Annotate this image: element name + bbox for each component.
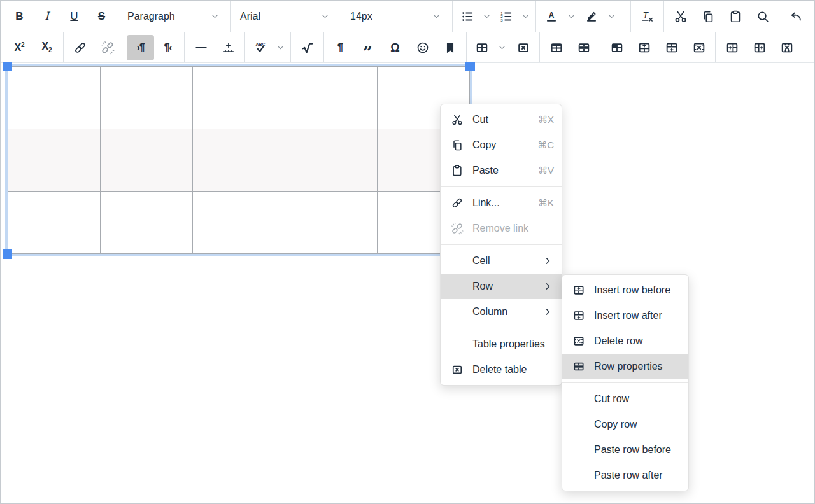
- table-cell[interactable]: [8, 129, 101, 192]
- numbered-list-button[interactable]: [494, 4, 518, 29]
- submenu-item-row-properties[interactable]: Row properties: [562, 354, 688, 379]
- menu-item-label: Cut row: [594, 393, 681, 405]
- delete-row-button[interactable]: [685, 35, 712, 60]
- numbered-list-dropdown[interactable]: [518, 4, 533, 29]
- table-cell[interactable]: [101, 192, 193, 254]
- table-cell[interactable]: [101, 67, 193, 129]
- table-cell[interactable]: [285, 67, 378, 129]
- menu-item-column[interactable]: Column: [441, 299, 562, 325]
- highlight-color-dropdown[interactable]: [604, 4, 619, 29]
- font-size-select[interactable]: 14px: [344, 1, 450, 32]
- menu-item-table-properties[interactable]: Table properties: [441, 332, 562, 357]
- search-icon: [756, 10, 770, 24]
- paragraph-marks-button[interactable]: ¶: [327, 35, 354, 60]
- paste-icon: [728, 10, 742, 24]
- highlight-color-button[interactable]: [579, 4, 604, 29]
- row-properties-button[interactable]: [570, 35, 597, 60]
- paragraph-style-select[interactable]: Paragraph: [121, 1, 228, 32]
- resize-handle-top-left[interactable]: [3, 62, 12, 71]
- link-icon: [73, 41, 87, 55]
- horizontal-rule-button[interactable]: [187, 35, 215, 60]
- chevron-down-icon: [431, 11, 442, 22]
- bullet-list-dropdown[interactable]: [479, 4, 494, 29]
- insert-table-button[interactable]: [469, 35, 495, 60]
- table-cell[interactable]: [193, 67, 285, 129]
- subscript-icon: X2: [41, 41, 52, 53]
- menu-item-row[interactable]: Row: [441, 274, 562, 299]
- insert-row-after-button[interactable]: [658, 35, 685, 60]
- menu-item-cut[interactable]: Cut ⌘X: [441, 107, 562, 132]
- menu-item-paste[interactable]: Paste ⌘V: [441, 158, 562, 183]
- anchor-button[interactable]: [436, 35, 464, 60]
- undo-button[interactable]: [782, 4, 809, 29]
- resize-handle-top-right[interactable]: [465, 62, 475, 71]
- chevron-right-icon: [541, 255, 554, 267]
- underline-button[interactable]: U: [60, 4, 88, 29]
- separator: [600, 32, 600, 62]
- paste-button[interactable]: [721, 4, 749, 29]
- menu-item-delete-table[interactable]: Delete table: [441, 357, 562, 382]
- resize-handle-bottom-left[interactable]: [3, 249, 12, 259]
- special-character-button[interactable]: Ω: [381, 35, 409, 60]
- submenu-item-copy-row[interactable]: Copy row: [562, 412, 688, 437]
- table-cell[interactable]: [101, 129, 193, 192]
- submenu-item-insert-row-before[interactable]: Insert row before: [562, 277, 688, 303]
- font-family-select[interactable]: Arial: [234, 1, 338, 32]
- submenu-item-cut-row[interactable]: Cut row: [562, 386, 688, 412]
- menu-item-label: Delete row: [594, 335, 681, 347]
- chevron-down-icon: [520, 11, 531, 22]
- insert-row-before-button[interactable]: [630, 35, 658, 60]
- cut-button[interactable]: [667, 4, 694, 29]
- superscript-button[interactable]: X2: [6, 35, 33, 60]
- rich-text-editor: B I U S Paragraph Arial 14px: [0, 0, 815, 504]
- delete-column-button[interactable]: [773, 35, 800, 60]
- copy-button[interactable]: [694, 4, 721, 29]
- formula-button[interactable]: [294, 35, 321, 60]
- separator: [715, 32, 716, 62]
- spellcheck-button[interactable]: [248, 35, 273, 60]
- unlink-button[interactable]: [94, 35, 121, 60]
- insert-table-dropdown[interactable]: [495, 35, 509, 60]
- strikethrough-button[interactable]: S: [88, 4, 115, 29]
- document-table[interactable]: [8, 66, 470, 254]
- menu-item-copy[interactable]: Copy ⌘C: [441, 132, 562, 158]
- menu-divider: [562, 382, 688, 383]
- numbered-list-icon: [499, 10, 513, 24]
- submenu-item-paste-row-before[interactable]: Paste row before: [562, 437, 688, 463]
- ltr-button[interactable]: ›¶: [127, 35, 154, 60]
- table-cell[interactable]: [8, 67, 101, 129]
- search-button[interactable]: [749, 4, 776, 29]
- rtl-button[interactable]: ¶‹: [154, 35, 181, 60]
- spellcheck-dropdown[interactable]: [273, 35, 288, 60]
- blockquote-button[interactable]: ”: [354, 35, 381, 60]
- submenu-item-delete-row[interactable]: Delete row: [562, 328, 688, 354]
- text-color-button[interactable]: [539, 4, 564, 29]
- table-cell[interactable]: [285, 192, 378, 254]
- separator: [230, 1, 231, 32]
- insert-column-before-button[interactable]: [718, 35, 746, 60]
- cell-properties-button[interactable]: [603, 35, 630, 60]
- link-button[interactable]: [66, 35, 94, 60]
- page-break-button[interactable]: [215, 35, 242, 60]
- submenu-item-paste-row-after[interactable]: Paste row after: [562, 463, 688, 488]
- menu-item-remove-link[interactable]: Remove link: [441, 216, 562, 241]
- table-cell[interactable]: [8, 192, 101, 254]
- clear-formatting-button[interactable]: [634, 4, 661, 29]
- menu-item-cell[interactable]: Cell: [441, 248, 562, 274]
- delete-table-button[interactable]: [509, 35, 537, 60]
- table-cell[interactable]: [193, 129, 285, 192]
- table-row: [8, 129, 470, 192]
- italic-button[interactable]: I: [33, 4, 60, 29]
- table-cell[interactable]: [285, 129, 378, 192]
- submenu-item-insert-row-after[interactable]: Insert row after: [562, 303, 688, 328]
- table-properties-button[interactable]: [542, 35, 570, 60]
- menu-item-label: Copy row: [594, 419, 681, 430]
- menu-item-link[interactable]: Link... ⌘K: [441, 190, 562, 216]
- bullet-list-button[interactable]: [455, 4, 479, 29]
- emoji-button[interactable]: [409, 35, 436, 60]
- text-color-dropdown[interactable]: [564, 4, 579, 29]
- insert-column-after-button[interactable]: [746, 35, 773, 60]
- subscript-button[interactable]: X2: [33, 35, 60, 60]
- table-cell[interactable]: [193, 192, 285, 254]
- bold-button[interactable]: B: [6, 4, 33, 29]
